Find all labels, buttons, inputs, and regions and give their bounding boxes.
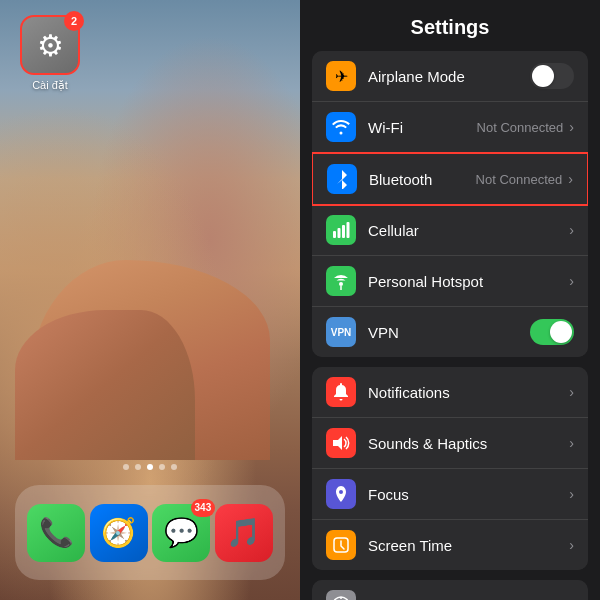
- settings-app-label: Cài đặt: [20, 79, 80, 92]
- airplane-toggle[interactable]: [530, 63, 574, 89]
- dock-app-phone[interactable]: 📞: [27, 504, 85, 562]
- vpn-row[interactable]: VPN VPN: [312, 307, 588, 357]
- svg-rect-1: [338, 228, 341, 238]
- svg-rect-0: [333, 231, 336, 238]
- hotspot-chevron: ›: [569, 273, 574, 289]
- safari-icon: 🧭: [101, 516, 136, 549]
- bluetooth-row[interactable]: Bluetooth Not Connected ›: [312, 152, 588, 206]
- general-icon: [326, 590, 356, 600]
- bluetooth-icon: [327, 164, 357, 194]
- safari-app-icon: 🧭: [90, 504, 148, 562]
- rock-formation: [0, 160, 300, 460]
- wifi-chevron: ›: [569, 119, 574, 135]
- wifi-label: Wi-Fi: [368, 119, 477, 136]
- general-row[interactable]: General ›: [312, 580, 588, 600]
- phone-app-icon: 📞: [27, 504, 85, 562]
- wifi-row[interactable]: Wi-Fi Not Connected ›: [312, 102, 588, 153]
- music-app-icon: 🎵: [215, 504, 273, 562]
- notifications-chevron: ›: [569, 384, 574, 400]
- vpn-toggle-thumb: [550, 321, 572, 343]
- hotspot-label: Personal Hotspot: [368, 273, 569, 290]
- sounds-label: Sounds & Haptics: [368, 435, 569, 452]
- dock: 📞 🧭 💬 343 🎵: [15, 485, 285, 580]
- screen-time-row[interactable]: Screen Time ›: [312, 520, 588, 570]
- dot-2: [135, 464, 141, 470]
- dot-5: [171, 464, 177, 470]
- screen-time-icon: [326, 530, 356, 560]
- settings-title: Settings: [316, 16, 584, 39]
- cellular-label: Cellular: [368, 222, 569, 239]
- dock-app-safari[interactable]: 🧭: [90, 504, 148, 562]
- sounds-row[interactable]: Sounds & Haptics ›: [312, 418, 588, 469]
- cellular-icon: [326, 215, 356, 245]
- airplane-toggle-thumb: [532, 65, 554, 87]
- settings-group-connectivity: ✈ Airplane Mode Wi-Fi Not Connected ›: [312, 51, 588, 357]
- general-label: General: [368, 597, 569, 601]
- music-icon: 🎵: [226, 516, 261, 549]
- wifi-value: Not Connected: [477, 120, 564, 135]
- home-screen: ⚙ 2 Cài đặt 📞 🧭 💬 343: [0, 0, 300, 600]
- sounds-icon: [326, 428, 356, 458]
- cellular-row[interactable]: Cellular ›: [312, 205, 588, 256]
- bluetooth-label: Bluetooth: [369, 171, 476, 188]
- vpn-toggle[interactable]: [530, 319, 574, 345]
- svg-rect-3: [347, 222, 350, 238]
- focus-icon: [326, 479, 356, 509]
- focus-row[interactable]: Focus ›: [312, 469, 588, 520]
- dot-3: [147, 464, 153, 470]
- settings-group-notifications: Notifications › Sounds & Haptics ›: [312, 367, 588, 570]
- hotspot-icon: [326, 266, 356, 296]
- dot-1: [123, 464, 129, 470]
- screen-time-chevron: ›: [569, 537, 574, 553]
- settings-icon-bg: ⚙ 2: [20, 15, 80, 75]
- messages-badge: 343: [191, 499, 216, 517]
- svg-rect-2: [342, 225, 345, 238]
- notifications-icon: [326, 377, 356, 407]
- bluetooth-value: Not Connected: [476, 172, 563, 187]
- svg-point-4: [339, 282, 343, 286]
- settings-panel: Settings ✈ Airplane Mode: [300, 0, 600, 600]
- page-dots: [0, 464, 300, 470]
- airplane-icon: ✈: [326, 61, 356, 91]
- messages-icon: 💬: [164, 516, 199, 549]
- settings-content: ✈ Airplane Mode Wi-Fi Not Connected ›: [300, 51, 600, 600]
- settings-badge: 2: [64, 11, 84, 31]
- screen-time-label: Screen Time: [368, 537, 569, 554]
- airplane-mode-row[interactable]: ✈ Airplane Mode: [312, 51, 588, 102]
- focus-chevron: ›: [569, 486, 574, 502]
- notifications-row[interactable]: Notifications ›: [312, 367, 588, 418]
- cellular-chevron: ›: [569, 222, 574, 238]
- settings-header: Settings: [300, 0, 600, 51]
- notifications-label: Notifications: [368, 384, 569, 401]
- focus-label: Focus: [368, 486, 569, 503]
- dock-app-music[interactable]: 🎵: [215, 504, 273, 562]
- dock-app-messages[interactable]: 💬 343: [152, 504, 210, 562]
- svg-marker-6: [333, 436, 342, 450]
- settings-group-general: General › Control Center ›: [312, 580, 588, 600]
- dot-4: [159, 464, 165, 470]
- phone-icon: 📞: [39, 516, 74, 549]
- airplane-label: Airplane Mode: [368, 68, 530, 85]
- sounds-chevron: ›: [569, 435, 574, 451]
- vpn-label: VPN: [368, 324, 530, 341]
- personal-hotspot-row[interactable]: Personal Hotspot ›: [312, 256, 588, 307]
- wifi-icon: [326, 112, 356, 142]
- bluetooth-chevron: ›: [568, 171, 573, 187]
- vpn-icon: VPN: [326, 317, 356, 347]
- settings-app-icon[interactable]: ⚙ 2 Cài đặt: [20, 15, 80, 92]
- gear-icon: ⚙: [37, 28, 64, 63]
